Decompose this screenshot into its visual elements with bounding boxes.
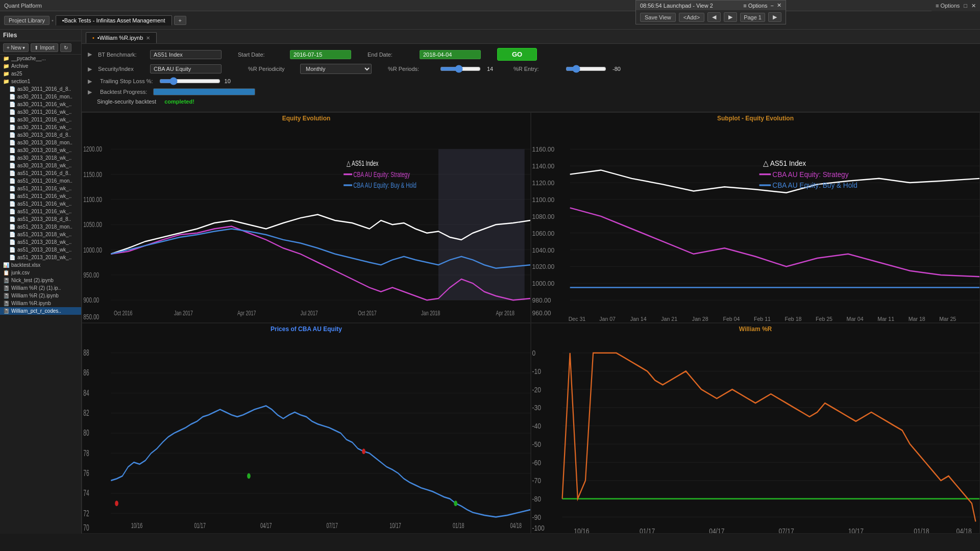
entry-slider[interactable] [566,65,606,73]
sidebar-item[interactable]: 📓Nick_test (2).ipynb [0,277,81,284]
sidebar-item[interactable]: 📄as51_2013_2018_mon.. [0,223,81,231]
maximize-btn[interactable]: □ [964,3,967,9]
svg-text:04/17: 04/17 [260,521,272,530]
launchpad-close-btn[interactable]: ✕ [777,2,781,9]
end-date-input[interactable] [420,50,481,59]
add-tab-btn[interactable]: + [174,16,186,25]
svg-text:0: 0 [532,349,536,357]
sidebar-item[interactable]: 📄as51_2013_2018_wk_.. [0,238,81,246]
go-button[interactable]: GO [497,48,537,61]
sidebar-item[interactable]: 📄as51_2013_2018_d_8.. [0,215,81,223]
start-date-input[interactable] [290,50,351,59]
sidebar-item[interactable]: 📄as30_2013_2018_wk_.. [0,154,81,162]
sidebar-item[interactable]: 📄as51_2013_2018_wk_.. [0,254,81,261]
sidebar-item[interactable]: 📄as30_2013_2018_wk_.. [0,162,81,169]
svg-text:01/18: 01/18 [914,527,929,534]
sidebar-item[interactable]: 📓William %R.ipynb [0,299,81,307]
new-btn[interactable]: + New ▾ [3,43,29,52]
svg-point-96 [362,448,365,454]
periodicity-select[interactable]: Monthly Daily Weekly Quarterly [300,64,372,74]
sidebar-item[interactable]: 📄as51_2011_2016_wk_.. [0,200,81,208]
svg-text:80: 80 [83,429,89,438]
sidebar-item[interactable]: 📄as30_2013_2018_wk_.. [0,146,81,154]
svg-text:850.00: 850.00 [83,313,99,321]
sidebar-item[interactable]: 📄as51_2011_2016_d_8.. [0,169,81,177]
prices-chart: Prices of CBA AU Equity [82,323,531,534]
nav-forward-btn[interactable]: ▶ [724,12,737,22]
stop-loss-container: 10 [159,77,231,85]
svg-text:04/18: 04/18 [510,521,522,530]
sidebar-item[interactable]: 📓William %R (2).ipynb [0,292,81,299]
svg-text:CBA AU Equity: Strategy: CBA AU Equity: Strategy [772,170,849,179]
sidebar-item[interactable]: 📄as51_2011_2016_wk_.. [0,185,81,192]
sidebar-item[interactable]: 📄as30_2011_2016_wk_.. [0,116,81,123]
sidebar-item[interactable]: 📁__pycache__... [0,55,81,62]
launchpad-window: 08:56:54 Launchpad - View 2 ≡ Options − … [635,0,786,24]
svg-text:Mar 11: Mar 11 [877,316,894,322]
back-tests-tab[interactable]: •Back Tests - Infinitas Asset Management [56,15,172,26]
import-btn[interactable]: ⬆ Import [31,43,58,52]
svg-text:74: 74 [83,489,89,498]
svg-text:1000.00: 1000.00 [532,280,555,288]
app-title: Quant Platform [4,3,42,9]
save-view-btn[interactable]: Save View [640,13,676,22]
stop-loss-label: Trailing Stop Loss %: [100,78,153,84]
sidebar-item[interactable]: 📄as51_2013_2018_wk_.. [0,246,81,254]
equity-evolution-svg: 1200.00 1150.00 1100.00 1050.00 1000.00 … [82,124,530,323]
tab-close-btn[interactable]: ✕ [146,35,150,41]
svg-text:01/17: 01/17 [194,521,206,530]
sidebar-item[interactable]: 📓William %R (2) (1).ip.. [0,284,81,292]
launchpad-options-btn[interactable]: ≡ Options [743,3,767,9]
nav-back-btn[interactable]: ◀ [707,12,721,22]
sidebar-item[interactable]: 📄as30_2011_2016_wk_.. [0,108,81,116]
refresh-btn[interactable]: ↻ [60,43,71,52]
sidebar-item[interactable]: 📄as30_2011_2016_mon.. [0,93,81,101]
periods-slider[interactable] [440,65,481,73]
security-input[interactable] [150,64,222,73]
sidebar-item[interactable]: 📄as30_2013_2018_mon.. [0,139,81,146]
sidebar-item[interactable]: 📄as51_2011_2016_wk_.. [0,192,81,200]
sidebar-item[interactable]: 📋junk.csv [0,269,81,277]
stop-loss-value: 10 [225,78,231,84]
add-dropdown-btn[interactable]: <Add> [679,13,704,22]
close-btn[interactable]: ✕ [971,3,976,9]
launchpad-minimize-btn[interactable]: − [771,3,774,9]
sidebar-item[interactable]: 📄as30_2011_2016_wk_.. [0,101,81,108]
svg-text:Dec 31: Dec 31 [569,316,586,322]
sidebar-item[interactable]: 📄as30_2013_2018_d_8.. [0,131,81,139]
svg-text:△ AS51 Index: △ AS51 Index [347,159,379,167]
svg-text:Jan 07: Jan 07 [599,316,616,322]
svg-text:1100.00: 1100.00 [532,196,555,204]
benchmark-label: BT Benchmark: [98,52,144,58]
sidebar-item[interactable]: 📁Archive [0,62,81,70]
entry-label: %R Entry: [513,66,559,72]
stop-loss-slider[interactable] [159,77,220,85]
nav-arrow-1: ▶ [88,51,92,58]
sidebar-item[interactable]: 📄as51_2011_2016_wk_.. [0,208,81,215]
svg-text:70: 70 [83,523,89,533]
sidebar-item[interactable]: 📄as30_2011_2016_wk_.. [0,123,81,131]
sidebar-item[interactable]: 📄as30_2011_2016_d_8.. [0,85,81,93]
nav-arrow-3: ▶ [88,78,92,85]
sidebar-item[interactable]: 📁section1 [0,78,81,85]
page-next-btn[interactable]: ▶ [768,12,781,22]
benchmark-input[interactable] [150,50,222,59]
status-text: Single-security backtest [97,98,156,105]
sidebar-item[interactable]: 📄as51_2013_2018_wk_.. [0,231,81,238]
sidebar-item[interactable]: 📓William_pct_r_codes.. [0,307,81,315]
svg-text:Jan 21: Jan 21 [661,316,677,322]
sidebar-item[interactable]: 📊backtest.xlsx [0,261,81,269]
equity-evolution-title: Equity Evolution [82,113,530,124]
project-library-btn[interactable]: Project Library [4,16,50,25]
svg-text:10/16: 10/16 [574,527,589,534]
sidebar-item[interactable]: 📁as25 [0,70,81,78]
launchpad-body: Save View <Add> ◀ ▶ Page 1 ▶ [636,10,786,24]
charts-area: Equity Evolution [82,112,980,534]
main-layout: Files + New ▾ ⬆ Import ↻ 📁__pycache__...… [0,30,980,534]
william-r-tab[interactable]: • •William %R.ipynb ✕ [86,32,157,43]
sidebar-item[interactable]: 📄as51_2011_2016_mon.. [0,177,81,185]
svg-text:-80: -80 [532,495,541,503]
svg-text:1160.00: 1160.00 [532,146,555,154]
options-btn[interactable]: ≡ Options [936,3,960,9]
periods-value: 14 [487,66,497,72]
